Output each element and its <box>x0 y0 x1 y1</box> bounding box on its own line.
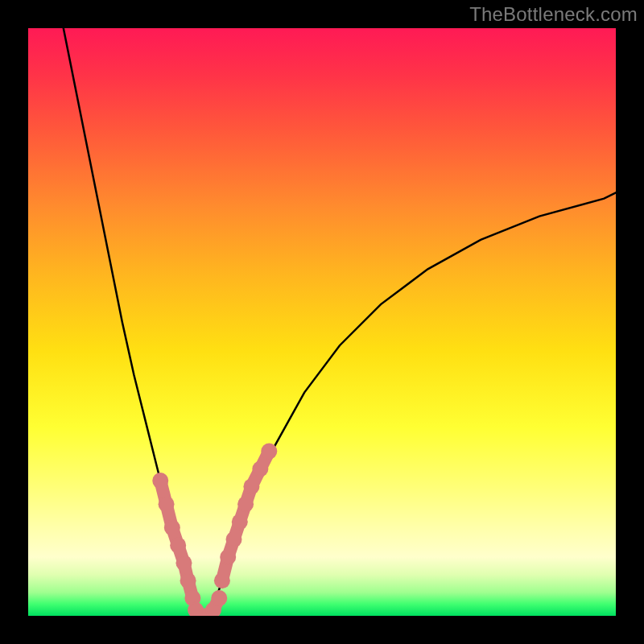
plot-area <box>28 28 616 616</box>
series-curve-right <box>204 192 616 616</box>
watermark-text: TheBottleneck.com <box>469 3 638 26</box>
marker-markers-bottom-4 <box>211 590 227 606</box>
chart-svg <box>28 28 616 616</box>
series-curve-left <box>64 28 204 616</box>
series-group <box>64 28 616 616</box>
outer-frame: TheBottleneck.com <box>0 0 644 644</box>
marker-markers-right-branch-7 <box>261 444 277 460</box>
